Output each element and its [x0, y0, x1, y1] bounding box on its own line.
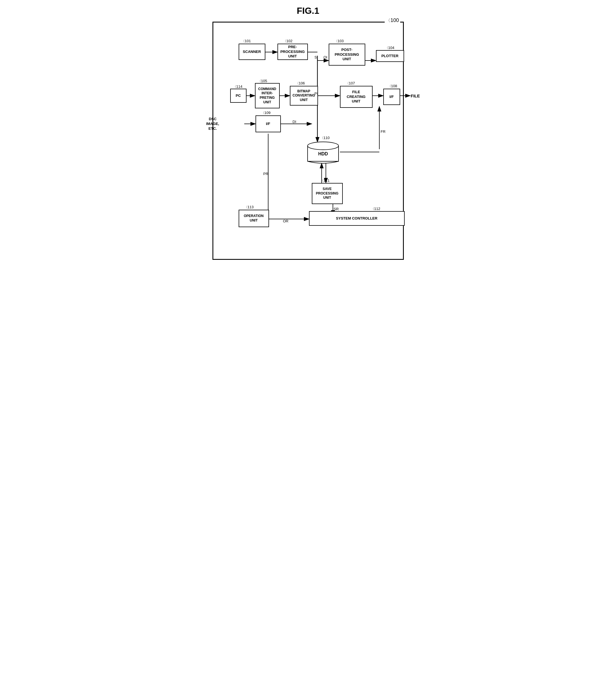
hdd-container: HDD 〈110: [306, 141, 340, 166]
operation-unit-box: OPERATION UNIT: [239, 210, 269, 227]
dsc-label: DSC IMAGE, ETC.: [206, 117, 219, 131]
diagram-area: SCANNER 〈101 PRE- PROCESSING UNIT 〈102 P…: [222, 31, 395, 251]
pre-processing-box: PRE- PROCESSING UNIT: [278, 44, 308, 60]
main-diagram-box: 〈100: [213, 22, 404, 260]
sr-label: SR: [334, 207, 339, 211]
system-controller-box: SYSTEM CONTROLLER: [309, 211, 405, 226]
ref-111: 〈111: [320, 178, 330, 183]
ref-109: 〈109: [261, 111, 271, 115]
pr-label: PR: [263, 172, 268, 176]
if-109-box: I/F: [256, 115, 281, 132]
save-processing-box: SAVE PROCESSING UNIT: [312, 183, 343, 204]
ref-101: 〈101: [241, 39, 251, 44]
ref-106: 〈106: [295, 81, 305, 86]
ref-114: 〈114: [233, 84, 243, 89]
command-interpreting-box: COMMAND INTER- PRETING UNIT: [255, 83, 280, 108]
ref-103: 〈103: [334, 39, 344, 44]
post-processing-box: POST- PROCESSING UNIT: [329, 44, 365, 66]
ref-102: 〈102: [283, 39, 293, 44]
pc-box: PC: [230, 89, 246, 103]
ref-100: 〈100: [385, 18, 400, 24]
file-creating-box: FILE CREATING UNIT: [340, 86, 373, 108]
or-label: OR: [283, 219, 289, 223]
di-label: DI: [293, 120, 296, 124]
file-label: FILE: [411, 93, 420, 98]
pi-label: PI: [315, 91, 318, 96]
scanner-box: SCANNER: [239, 44, 265, 60]
ref-113: 〈113: [244, 205, 254, 210]
svg-point-28: [308, 142, 338, 150]
ref-110: 〈110: [320, 136, 330, 141]
if-108-box: I/F: [383, 89, 400, 105]
figure-title: FIG.1: [210, 6, 406, 16]
ref-104: 〈104: [385, 46, 395, 50]
ref-107: 〈107: [346, 81, 355, 86]
fr-label: FR: [381, 129, 386, 134]
ref-112: 〈112: [371, 207, 380, 211]
oi-label: OI: [324, 55, 328, 59]
plotter-box: PLOTTER: [376, 50, 404, 62]
hdd-shape: HDD: [306, 141, 340, 166]
si-label: SI: [315, 55, 318, 59]
svg-text:HDD: HDD: [318, 151, 328, 156]
ref-105: 〈105: [258, 79, 267, 84]
ref-108: 〈108: [388, 84, 397, 89]
bitmap-converting-box: BITMAP CONVERTING UNIT: [290, 86, 318, 106]
